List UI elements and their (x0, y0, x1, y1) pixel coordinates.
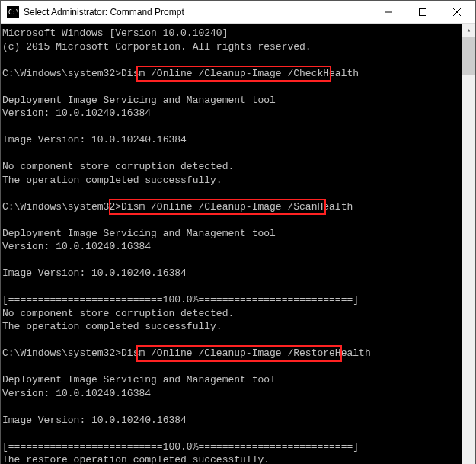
console-line: Image Version: 10.0.10240.16384 (2, 133, 461, 147)
console-line: Deployment Image Servicing and Managemen… (2, 94, 461, 107)
console-line: Version: 10.0.10240.16384 (2, 240, 461, 254)
console-line: (c) 2015 Microsoft Corporation. All righ… (2, 40, 461, 54)
console-line (2, 80, 461, 94)
console-line: The operation completed successfully. (2, 174, 461, 187)
console-line (2, 360, 461, 374)
console-line: No component store corruption detected. (2, 160, 461, 174)
console-line (2, 254, 461, 267)
console-line (2, 120, 461, 134)
console-line (2, 213, 461, 227)
console-line (2, 334, 461, 347)
console-line: Version: 10.0.10240.16384 (2, 387, 461, 401)
console-line (2, 53, 461, 67)
minimize-button[interactable] (371, 1, 405, 23)
close-button[interactable] (439, 1, 474, 23)
console-line: Deployment Image Servicing and Managemen… (2, 227, 461, 241)
console-line: [==========================100.0%=======… (2, 440, 461, 454)
console-line: C:\Windows\system32>Dism /Online /Cleanu… (2, 200, 461, 214)
console-line (2, 187, 461, 200)
app-icon: C:\ (7, 6, 19, 18)
console-line: Image Version: 10.0.10240.16384 (2, 414, 461, 427)
window-title: Select Administrator: Command Prompt (24, 7, 371, 18)
console-line (2, 400, 461, 414)
console-output[interactable]: Microsoft Windows [Version 10.0.10240](c… (1, 24, 462, 464)
console-area: Microsoft Windows [Version 10.0.10240](c… (1, 24, 475, 464)
console-line: Image Version: 10.0.10240.16384 (2, 267, 461, 280)
maximize-button[interactable] (405, 1, 439, 23)
scroll-thumb[interactable] (462, 37, 475, 75)
console-line (2, 427, 461, 440)
console-line: The restore operation completed successf… (2, 453, 461, 464)
svg-rect-3 (419, 8, 426, 15)
vertical-scrollbar[interactable]: ▴ ▾ (462, 24, 475, 464)
console-line: The operation completed successfully. (2, 320, 461, 334)
console-line: C:\Windows\system32>Dism /Online /Cleanu… (2, 347, 461, 360)
console-line: C:\Windows\system32>Dism /Online /Cleanu… (2, 67, 461, 81)
svg-text:C:\: C:\ (8, 9, 18, 16)
console-line: Version: 10.0.10240.16384 (2, 107, 461, 120)
titlebar[interactable]: C:\ Select Administrator: Command Prompt (1, 1, 475, 24)
console-line: [==========================100.0%=======… (2, 293, 461, 307)
console-line: Deployment Image Servicing and Managemen… (2, 373, 461, 387)
scroll-up-arrow[interactable]: ▴ (462, 24, 475, 37)
console-line: No component store corruption detected. (2, 307, 461, 321)
console-line: Microsoft Windows [Version 10.0.10240] (2, 27, 461, 40)
command-prompt-window: C:\ Select Administrator: Command Prompt… (0, 0, 476, 464)
window-controls (371, 1, 474, 23)
console-line (2, 147, 461, 161)
console-line (2, 280, 461, 294)
